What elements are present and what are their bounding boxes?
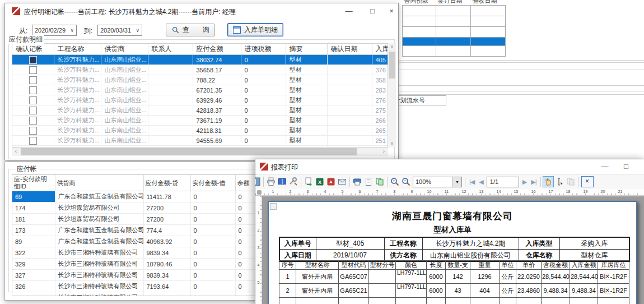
table-cell[interactable]: 山东南山铝业... [101, 95, 148, 105]
table-row[interactable]: 69广东合和建筑五金制品有限公司11411.7800 [12, 191, 277, 202]
table-cell[interactable]: 10790.46 [143, 259, 190, 270]
table-cell[interactable]: 27200 [143, 214, 190, 225]
table-cell[interactable]: 9839.34 [143, 270, 190, 281]
title-bar[interactable]: 报表打印 — □ × [255, 159, 644, 174]
table-cell[interactable] [436, 16, 471, 27]
table-cell[interactable] [148, 126, 193, 136]
table-cell[interactable]: 长沙万科魅力... [54, 126, 101, 136]
table-cell[interactable] [327, 85, 372, 95]
table-cell[interactable] [148, 55, 193, 65]
table-cell[interactable]: 0 [190, 191, 235, 202]
table-row[interactable] [403, 46, 506, 57]
column-header[interactable]: 供货商 [55, 175, 143, 191]
table-cell[interactable]: B区-1R2F [598, 284, 629, 298]
table-cell[interactable]: 0 [190, 225, 235, 236]
table-cell[interactable] [436, 38, 471, 46]
table-row[interactable]: 长沙市三湘特种玻璃有限公司 [12, 292, 277, 297]
table-cell[interactable] [436, 27, 471, 38]
table-cell[interactable] [148, 85, 193, 95]
first-page-button[interactable]: |◀ [467, 178, 477, 186]
table-row[interactable]: 327长沙市三湘特种玻璃有限公司9839.3400 [12, 270, 277, 281]
from-date-combobox[interactable]: 2020/02/29 ∨ [32, 25, 77, 36]
table-cell[interactable]: 山东南山铝业... [101, 126, 148, 136]
table-row[interactable]: 入库单号型材_405工程名称长沙万科魅力之城4.2期入库类型采购入库 [279, 237, 629, 250]
table-cell[interactable]: 长沙万科魅力之城4.2期 [422, 237, 519, 250]
checkbox[interactable] [29, 107, 37, 114]
table-cell[interactable]: 9,488.34 [542, 284, 570, 298]
table-cell[interactable]: 长沙市三湘特种玻璃有限公司 [55, 281, 143, 292]
table-cell[interactable] [148, 116, 193, 126]
title-bar[interactable]: 应付明细记帐------当前工程: 长沙万科魅力之城4.2期------当前用户… [5, 3, 398, 19]
table-cell[interactable] [148, 105, 193, 116]
table-cell[interactable]: 山东南山铝业... [101, 85, 148, 95]
checkbox[interactable] [29, 56, 37, 64]
table-cell[interactable] [369, 284, 396, 298]
table-row[interactable]: 长沙万科魅力...山东南山铝业...67201.350型材283 [12, 85, 388, 95]
table-cell[interactable]: 276 [372, 95, 388, 105]
table-row[interactable]: 长沙万科魅力...山东南山铝业...35658.170型材376 [12, 65, 388, 75]
scroll-left-icon[interactable]: ‹ [12, 148, 20, 156]
table-cell[interactable] [327, 95, 372, 105]
table-cell[interactable]: 山东南山铝业... [101, 65, 148, 75]
query-button[interactable]: 查 询 [166, 24, 215, 36]
checkbox[interactable] [29, 96, 37, 104]
table-cell[interactable]: 266 [372, 116, 388, 126]
table-cell[interactable]: 长沙万科魅力... [54, 55, 101, 65]
table-cell[interactable] [12, 105, 54, 116]
table-cell[interactable] [327, 105, 372, 116]
next-page-button[interactable]: ▶ [520, 178, 529, 186]
settings-icon[interactable] [288, 176, 299, 187]
table-cell[interactable]: 供方名称 [384, 250, 422, 262]
table-cell[interactable]: 0 [190, 247, 235, 259]
table-cell[interactable]: 322 [12, 247, 55, 259]
table-cell[interactable]: 788.22 [193, 75, 241, 85]
table-cell[interactable]: 9,488.34 [570, 284, 598, 298]
table-cell[interactable]: 山东南山铝业... [101, 105, 148, 116]
table-cell[interactable]: 工程名称 [384, 237, 422, 250]
table-cell[interactable] [12, 85, 54, 95]
table-row[interactable]: 89广东合和建筑五金制品有限公司40963.9200 [12, 236, 277, 247]
table-cell[interactable] [471, 27, 506, 38]
table-row[interactable]: 181长沙坦森贸易有限公司2720000 [12, 214, 277, 225]
table-cell[interactable]: 长沙万科魅力... [54, 75, 101, 85]
table-cell[interactable] [12, 292, 55, 297]
table-cell[interactable]: 型材 [286, 105, 327, 116]
zoom-out-icon[interactable] [400, 176, 412, 187]
close-preview-button[interactable]: × [581, 176, 594, 187]
table-cell[interactable] [190, 292, 235, 297]
chevron-down-icon[interactable]: ∨ [70, 27, 74, 33]
table-cell[interactable] [403, 38, 436, 46]
table-cell[interactable]: 型材_405 [316, 237, 384, 250]
text-select-icon[interactable] [554, 176, 565, 187]
table-cell[interactable]: 0 [190, 214, 235, 225]
table-cell[interactable] [148, 75, 193, 85]
table-cell[interactable]: 2 [279, 284, 296, 298]
table-cell[interactable]: 35658.17 [193, 65, 241, 75]
column-header[interactable]: 确认日期 [327, 44, 372, 55]
scroll-down-icon[interactable]: ∨ [388, 140, 396, 148]
table-cell[interactable]: 376 [372, 65, 388, 75]
table-cell[interactable]: 27200 [143, 202, 190, 214]
table-row[interactable] [403, 16, 506, 27]
column-header[interactable]: 确认记帐 [12, 44, 54, 55]
table-cell[interactable]: 38032.74 [193, 55, 241, 65]
scrollbar-thumb[interactable] [21, 148, 357, 155]
table-cell[interactable]: 仓库名称 [519, 250, 559, 262]
copy-icon[interactable] [565, 176, 576, 187]
table-cell[interactable]: 山东南山铝业股份有限公司 [422, 250, 519, 262]
table-cell[interactable]: 公斤 [500, 284, 516, 298]
table-cell[interactable] [148, 65, 193, 75]
column-header[interactable]: 联系人 [148, 44, 193, 55]
last-page-button[interactable]: ▶| [529, 178, 538, 186]
table-cell[interactable]: 长沙市三湘特种玻璃有限公司 [55, 292, 143, 297]
table-cell[interactable]: 0 [241, 95, 286, 105]
table-cell[interactable]: 长沙市三湘特种玻璃有限公司 [55, 247, 143, 259]
print-icon[interactable] [265, 176, 277, 187]
table-cell[interactable]: LH797-1LL [396, 270, 427, 284]
column-header[interactable]: 应-实付款明细ID [12, 175, 55, 191]
table-cell[interactable] [12, 126, 54, 136]
table-cell[interactable]: 181 [12, 214, 55, 225]
print-preview-area[interactable]: 12345 湖南亘晟门窗幕墙有限公司 型材入库单 入库单号型材_405工程名称长… [255, 196, 644, 304]
book-preview-icon[interactable] [277, 176, 288, 187]
table-cell[interactable]: 28,544.40 [570, 270, 598, 284]
